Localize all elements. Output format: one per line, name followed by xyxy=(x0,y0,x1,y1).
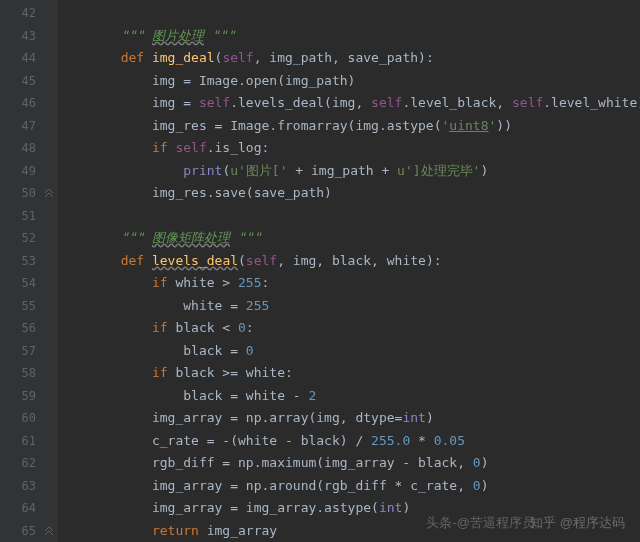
code-line[interactable]: img_res = Image.fromarray(img.astype('ui… xyxy=(58,115,640,138)
code-line[interactable] xyxy=(58,2,640,25)
code-line[interactable]: if self.is_log: xyxy=(58,137,640,160)
code-line[interactable]: white = 255 xyxy=(58,295,640,318)
code-editor[interactable]: 4243444546474849505152535455565758596061… xyxy=(0,0,640,542)
line-number: 53 xyxy=(0,250,58,273)
line-number: 57 xyxy=(0,340,58,363)
line-number: 42 xyxy=(0,2,58,25)
code-line[interactable]: if white > 255: xyxy=(58,272,640,295)
line-number: 55 xyxy=(0,295,58,318)
line-number: 47 xyxy=(0,115,58,138)
watermark-left: 头条-@苦逼程序员 xyxy=(426,514,535,532)
line-number: 60 xyxy=(0,407,58,430)
line-number: 46 xyxy=(0,92,58,115)
line-number: 62 xyxy=(0,452,58,475)
fold-icon[interactable] xyxy=(44,188,54,198)
watermark-right: 知乎 @程序达码 xyxy=(530,514,625,532)
line-number: 48 xyxy=(0,137,58,160)
line-number: 59 xyxy=(0,385,58,408)
code-line[interactable]: rgb_diff = np.maximum(img_array - black,… xyxy=(58,452,640,475)
code-line[interactable]: img_res.save(save_path) xyxy=(58,182,640,205)
code-line[interactable]: def img_deal(self, img_path, save_path): xyxy=(58,47,640,70)
code-line[interactable]: if black >= white: xyxy=(58,362,640,385)
line-number: 54 xyxy=(0,272,58,295)
line-number: 65 xyxy=(0,520,58,543)
line-number: 61 xyxy=(0,430,58,453)
line-number: 63 xyxy=(0,475,58,498)
fold-icon[interactable] xyxy=(44,526,54,536)
code-line[interactable]: img = Image.open(img_path) xyxy=(58,70,640,93)
line-number: 43 xyxy=(0,25,58,48)
line-number: 44 xyxy=(0,47,58,70)
code-line[interactable]: img = self.levels_deal(img, self.level_b… xyxy=(58,92,640,115)
line-number: 56 xyxy=(0,317,58,340)
line-gutter: 4243444546474849505152535455565758596061… xyxy=(0,0,58,542)
code-line[interactable]: print(u'图片[' + img_path + u']处理完毕') xyxy=(58,160,640,183)
line-number: 58 xyxy=(0,362,58,385)
code-line[interactable]: img_array = np.around(rgb_diff * c_rate,… xyxy=(58,475,640,498)
line-number: 49 xyxy=(0,160,58,183)
code-line[interactable]: """ 图像矩阵处理 """ xyxy=(58,227,640,250)
line-number: 45 xyxy=(0,70,58,93)
code-line[interactable]: black = 0 xyxy=(58,340,640,363)
line-number: 52 xyxy=(0,227,58,250)
line-number: 50 xyxy=(0,182,58,205)
line-number: 51 xyxy=(0,205,58,228)
code-line[interactable]: """ 图片处理 """ xyxy=(58,25,640,48)
code-line[interactable]: c_rate = -(white - black) / 255.0 * 0.05 xyxy=(58,430,640,453)
code-line[interactable]: if black < 0: xyxy=(58,317,640,340)
code-area[interactable]: """ 图片处理 """ def img_deal(self, img_path… xyxy=(58,0,640,542)
code-line[interactable]: black = white - 2 xyxy=(58,385,640,408)
code-line[interactable] xyxy=(58,205,640,228)
line-number: 64 xyxy=(0,497,58,520)
code-line[interactable]: def levels_deal(self, img, black, white)… xyxy=(58,250,640,273)
code-line[interactable]: img_array = np.array(img, dtype=int) xyxy=(58,407,640,430)
